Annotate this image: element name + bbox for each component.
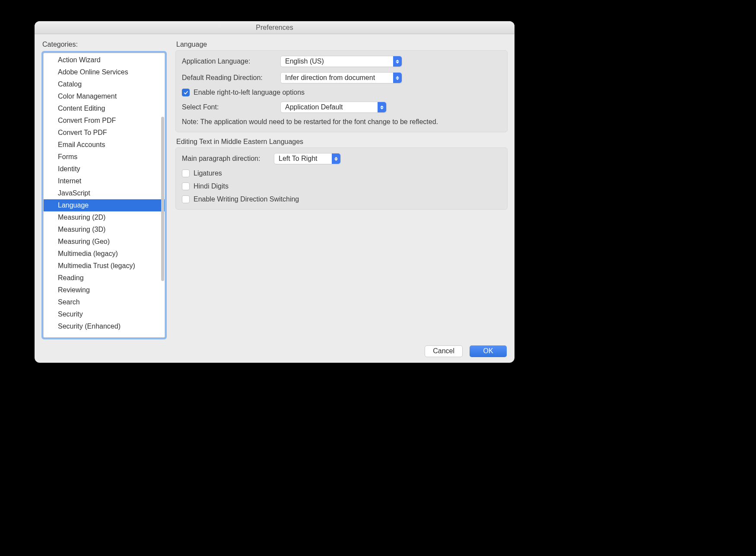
chevron-up-down-icon	[332, 153, 340, 164]
ligatures-label: Ligatures	[194, 169, 222, 177]
paragraph-direction-value: Left To Right	[279, 155, 322, 163]
categories-label: Categories:	[41, 39, 167, 51]
hindi-digits-label: Hindi Digits	[194, 182, 229, 190]
settings-panel: Language Application Language: English (…	[167, 39, 508, 339]
sidebar-item-multimedia-legacy[interactable]: Multimedia (legacy)	[44, 248, 165, 260]
select-font-label: Select Font:	[182, 103, 280, 111]
font-restart-note: Note: The application would need to be r…	[182, 118, 501, 126]
sidebar-item-action-wizard[interactable]: Action Wizard	[44, 54, 165, 66]
chevron-up-down-icon	[393, 56, 402, 67]
sidebar-item-catalog[interactable]: Catalog	[44, 78, 165, 90]
sidebar-item-security[interactable]: Security	[44, 308, 165, 320]
app-language-label: Application Language:	[182, 58, 280, 65]
sidebar-item-reading[interactable]: Reading	[44, 272, 165, 284]
sidebar-item-identity[interactable]: Identity	[44, 163, 165, 175]
sidebar-item-adobe-online-services[interactable]: Adobe Online Services	[44, 66, 165, 78]
window-body: Categories: Action WizardAdobe Online Se…	[35, 34, 515, 339]
sidebar-item-content-editing[interactable]: Content Editing	[44, 102, 165, 115]
chevron-up-down-icon	[393, 73, 402, 83]
sidebar-item-multimedia-trust-legacy[interactable]: Multimedia Trust (legacy)	[44, 260, 165, 272]
sidebar-item-internet[interactable]: Internet	[44, 175, 165, 187]
app-language-select[interactable]: English (US)	[280, 56, 402, 67]
select-font-select[interactable]: Application Default	[280, 102, 387, 113]
chevron-up-down-icon	[378, 102, 386, 112]
language-panel: Application Language: English (US) Defau…	[175, 50, 508, 132]
categories-list-focus-ring: Action WizardAdobe Online ServicesCatalo…	[41, 51, 167, 339]
ligatures-checkbox[interactable]: Ligatures	[182, 169, 222, 177]
paragraph-direction-select[interactable]: Left To Right	[274, 153, 341, 164]
app-language-value: English (US)	[285, 58, 328, 65]
sidebar-item-convert-to-pdf[interactable]: Convert To PDF	[44, 127, 165, 139]
sidebar-item-convert-from-pdf[interactable]: Convert From PDF	[44, 115, 165, 127]
sidebar-item-language[interactable]: Language	[44, 199, 165, 211]
sidebar-item-email-accounts[interactable]: Email Accounts	[44, 139, 165, 151]
scrollbar[interactable]	[161, 54, 164, 336]
categories-list[interactable]: Action WizardAdobe Online ServicesCatalo…	[43, 53, 165, 338]
hindi-digits-checkbox[interactable]: Hindi Digits	[182, 182, 229, 190]
group-title-middle-eastern: Editing Text in Middle Eastern Languages	[175, 137, 508, 147]
reading-direction-label: Default Reading Direction:	[182, 74, 280, 82]
group-title-language: Language	[175, 39, 508, 50]
ok-button[interactable]: OK	[470, 345, 507, 357]
sidebar-item-search[interactable]: Search	[44, 296, 165, 308]
select-font-value: Application Default	[285, 103, 347, 111]
middle-eastern-panel: Main paragraph direction: Left To Right	[175, 147, 508, 210]
sidebar: Categories: Action WizardAdobe Online Se…	[41, 39, 167, 339]
sidebar-item-security-enhanced[interactable]: Security (Enhanced)	[44, 320, 165, 332]
scrollbar-thumb[interactable]	[161, 117, 164, 281]
paragraph-direction-label: Main paragraph direction:	[182, 155, 274, 163]
window-title: Preferences	[35, 21, 515, 34]
writing-direction-switching-checkbox[interactable]: Enable Writing Direction Switching	[182, 195, 299, 203]
writing-direction-switching-label: Enable Writing Direction Switching	[194, 195, 299, 203]
sidebar-item-javascript[interactable]: JavaScript	[44, 187, 165, 199]
reading-direction-value: Infer direction from document	[285, 74, 379, 82]
sidebar-item-reviewing[interactable]: Reviewing	[44, 284, 165, 296]
rtl-options-checkbox[interactable]: Enable right-to-left language options	[182, 89, 305, 96]
sidebar-item-measuring-geo[interactable]: Measuring (Geo)	[44, 236, 165, 248]
sidebar-item-color-management[interactable]: Color Management	[44, 90, 165, 102]
sidebar-item-measuring-3d[interactable]: Measuring (3D)	[44, 224, 165, 236]
check-icon	[184, 90, 188, 95]
cancel-button[interactable]: Cancel	[425, 345, 463, 357]
preferences-window: Preferences Categories: Action WizardAdo…	[35, 21, 515, 363]
sidebar-item-measuring-2d[interactable]: Measuring (2D)	[44, 211, 165, 224]
rtl-options-label: Enable right-to-left language options	[194, 89, 305, 96]
reading-direction-select[interactable]: Infer direction from document	[280, 72, 402, 83]
dialog-footer: Cancel OK	[35, 339, 515, 363]
sidebar-item-forms[interactable]: Forms	[44, 151, 165, 163]
